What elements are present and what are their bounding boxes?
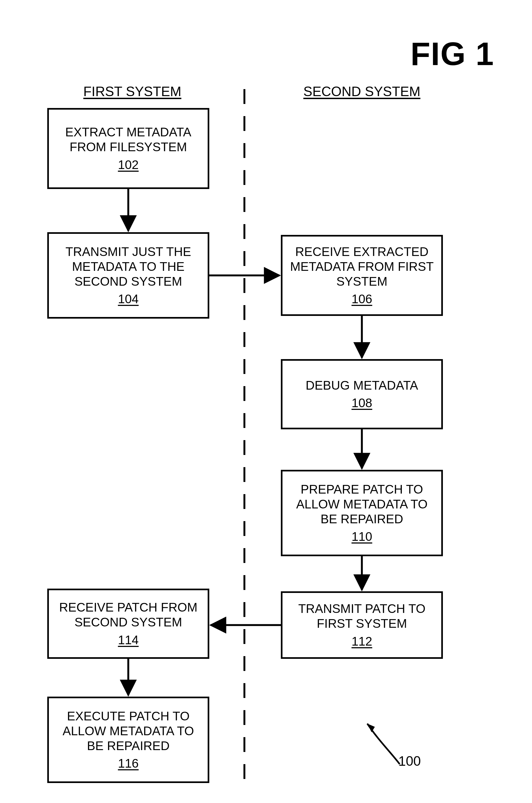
diagram-canvas: FIG 1 FIRST SYSTEM SECOND SYSTEM EXTRACT… (0, 0, 532, 803)
box-transmit-metadata: TRANSMIT JUST THE METADATA TO THE SECOND… (47, 232, 209, 319)
box-ref: 114 (118, 633, 139, 648)
leader-arrowhead-100 (367, 724, 375, 732)
figure-title: FIG 1 (411, 35, 494, 72)
box-receive-patch: RECEIVE PATCH FROM SECOND SYSTEM 114 (47, 589, 209, 659)
box-ref: 104 (118, 292, 139, 306)
box-text: PREPARE PATCH TO ALLOW METADATA TO BE RE… (289, 482, 435, 527)
box-text: TRANSMIT JUST THE METADATA TO THE SECOND… (55, 244, 201, 289)
box-text: RECEIVE PATCH FROM SECOND SYSTEM (55, 600, 201, 630)
box-receive-extracted-metadata: RECEIVE EXTRACTED METADATA FROM FIRST SY… (281, 235, 443, 316)
figure-ref-number: 100 (398, 753, 421, 769)
box-extract-metadata: EXTRACT METADATA FROM FILESYSTEM 102 (47, 108, 209, 189)
box-transmit-patch: TRANSMIT PATCH TO FIRST SYSTEM 112 (281, 591, 443, 659)
box-debug-metadata: DEBUG METADATA 108 (281, 359, 443, 429)
box-ref: 106 (352, 292, 373, 306)
box-text: DEBUG METADATA (306, 378, 418, 393)
column-label-second-system: SECOND SYSTEM (286, 84, 437, 99)
box-text: EXTRACT METADATA FROM FILESYSTEM (55, 125, 201, 154)
box-text: EXECUTE PATCH TO ALLOW METADATA TO BE RE… (55, 709, 201, 753)
box-text: TRANSMIT PATCH TO FIRST SYSTEM (289, 601, 435, 631)
box-ref: 112 (352, 634, 373, 649)
box-execute-patch: EXECUTE PATCH TO ALLOW METADATA TO BE RE… (47, 696, 209, 783)
leader-curve-100 (367, 724, 400, 764)
box-prepare-patch: PREPARE PATCH TO ALLOW METADATA TO BE RE… (281, 470, 443, 556)
box-ref: 116 (118, 756, 139, 771)
box-ref: 102 (118, 157, 139, 172)
box-ref: 108 (352, 396, 373, 410)
box-ref: 110 (352, 529, 373, 544)
box-text: RECEIVE EXTRACTED METADATA FROM FIRST SY… (289, 244, 435, 289)
column-label-first-system: FIRST SYSTEM (65, 84, 200, 99)
